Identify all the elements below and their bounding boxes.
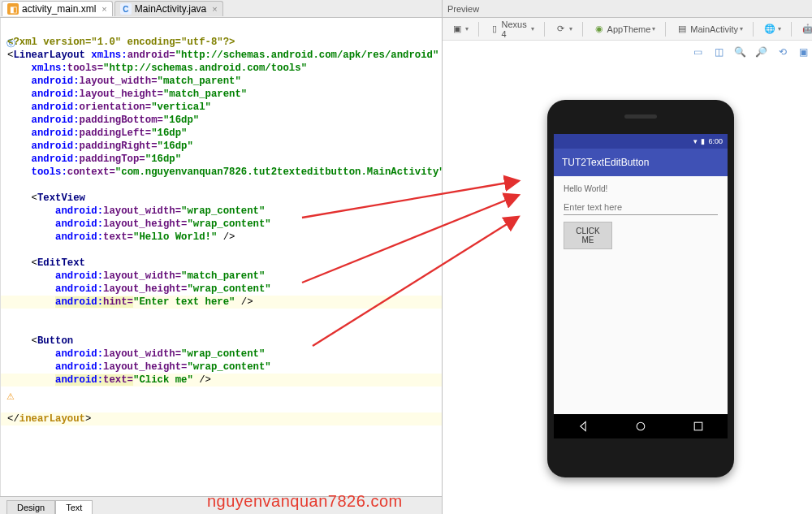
close-icon[interactable]: × [212, 4, 217, 14]
nav-home-icon[interactable] [634, 420, 647, 433]
java-file-icon: C [120, 3, 132, 15]
preview-title-bar: Preview ⚙ ▾ [443, 0, 812, 18]
android-nav-bar [554, 414, 728, 438]
attr-padding-bottom: 16dp [169, 114, 193, 126]
nav-back-icon[interactable] [577, 420, 590, 433]
app-title: TUT2TextEditButton [562, 157, 649, 168]
wifi-icon: ▾ [693, 137, 698, 145]
viewport-icon[interactable]: ◫ [712, 45, 727, 59]
attr-padding-top: 16dp [151, 153, 175, 165]
screenshot-icon[interactable]: ▣ [797, 45, 811, 59]
android-status-bar: ▾ ▮ 6:00 [554, 134, 728, 149]
et-hint: Enter text here [139, 296, 229, 308]
xmlns-android: http://schemas.android.com/apk/res/andro… [181, 50, 433, 61]
nav-recent-icon[interactable] [692, 420, 705, 433]
theme-label: AppTheme [607, 24, 651, 34]
palette-icon[interactable]: ▣▾ [447, 21, 472, 37]
design-tab[interactable]: Design [6, 500, 55, 514]
btn-height: wrap_content [193, 361, 266, 373]
code-body: ⓒ ⚠ <?xml version="1.0" encoding="utf-8"… [0, 18, 442, 496]
preview-canvas: ▾ ▮ 6:00 TUT2TextEditButton Hello World!… [443, 63, 812, 514]
root-tag: LinearLayout [13, 50, 85, 61]
edittext-tag: EditText [37, 257, 85, 269]
xml-file-icon: ◧ [7, 3, 19, 15]
orientation-icon[interactable]: ⟳▾ [551, 21, 576, 37]
xmlns-tools: http://schemas.android.com/tools [109, 63, 300, 74]
device-screen: ▾ ▮ 6:00 TUT2TextEditButton Hello World!… [554, 134, 728, 438]
attr-padding-left: 16dp [158, 127, 182, 139]
editor-tabs-bar: ◧ activity_main.xml × C MainActivity.jav… [0, 0, 442, 18]
attr-orientation: vertical [158, 102, 205, 113]
status-time: 6:00 [708, 137, 723, 145]
preview-zoom-toolbar: ▭ ◫ 🔍 🔎 ⟲ ▣ ✲ [443, 41, 812, 63]
tv-text: Hello World! [139, 231, 211, 243]
btn-width: wrap_content [187, 348, 259, 360]
tv-height: wrap_content [193, 218, 266, 230]
device-frame: ▾ ▮ 6:00 TUT2TextEditButton Hello World!… [547, 100, 734, 477]
preview-button[interactable]: CLICK ME [564, 222, 612, 249]
attr-layout-height: match_parent [169, 89, 241, 100]
et-width: match_parent [187, 270, 259, 282]
close-icon[interactable]: × [102, 4, 106, 14]
device-selector[interactable]: ▯Nexus 4▾ [486, 18, 538, 41]
attr-tools-context: com.nguyenvanquan7826.tut2texteditbutton… [121, 166, 438, 178]
preview-textview: Hello World! [564, 184, 718, 193]
preview-pane: Preview ⚙ ▾ ▣▾ ▯Nexus 4▾ ⟳▾ ◉AppTheme▾ ▤… [443, 0, 812, 514]
svg-rect-1 [694, 422, 702, 430]
api-selector[interactable]: 🤖24▾ [798, 21, 812, 37]
tab-activity-main-xml[interactable]: ◧ activity_main.xml × [2, 1, 113, 16]
tab-label: MainActivity.java [135, 3, 206, 15]
attr-layout-width: match_parent [163, 76, 235, 87]
app-content: Hello World! CLICK ME [554, 176, 728, 257]
preview-title: Preview [447, 4, 479, 14]
preview-toolbar: ▣▾ ▯Nexus 4▾ ⟳▾ ◉AppTheme▾ ▤MainActivity… [443, 18, 812, 41]
zoom-out-icon[interactable]: 🔎 [754, 45, 769, 59]
et-height: wrap_content [193, 283, 266, 295]
close-root-tag: inearLayout [19, 413, 85, 425]
xml-declaration: <?xml version="1.0" encoding="utf-8"?> [7, 37, 235, 48]
android-app-bar: TUT2TextEditButton [554, 149, 728, 176]
text-tab[interactable]: Text [55, 500, 93, 514]
signal-icon: ▮ [701, 137, 705, 145]
tab-label: activity_main.xml [22, 3, 96, 15]
theme-selector[interactable]: ◉AppTheme▾ [590, 21, 659, 37]
textview-tag: TextView [37, 192, 85, 204]
editor-bottom-tabs: Design Text [0, 496, 442, 514]
button-tag: Button [37, 335, 73, 347]
select-icon[interactable]: ▭ [691, 45, 706, 59]
zoom-in-icon[interactable]: 🔍 [733, 45, 748, 59]
activity-selector[interactable]: ▤MainActivity▾ [672, 21, 746, 37]
locale-selector[interactable]: 🌐▾ [760, 21, 784, 37]
attr-padding-right: 16dp [163, 140, 188, 152]
tab-mainactivity-java[interactable]: C MainActivity.java × [114, 1, 223, 16]
editor-pane: ◧ activity_main.xml × C MainActivity.jav… [0, 0, 443, 514]
tv-width: wrap_content [187, 205, 259, 217]
btn-text: Click me [139, 374, 187, 386]
phone-speaker [624, 114, 657, 119]
activity-label: MainActivity [690, 24, 738, 34]
refresh-icon[interactable]: ⟲ [775, 45, 790, 59]
code-editor[interactable]: <?xml version="1.0" encoding="utf-8"?> <… [1, 18, 442, 496]
svg-point-0 [637, 422, 645, 430]
preview-edittext[interactable] [564, 200, 718, 215]
device-label: Nexus 4 [502, 19, 529, 39]
